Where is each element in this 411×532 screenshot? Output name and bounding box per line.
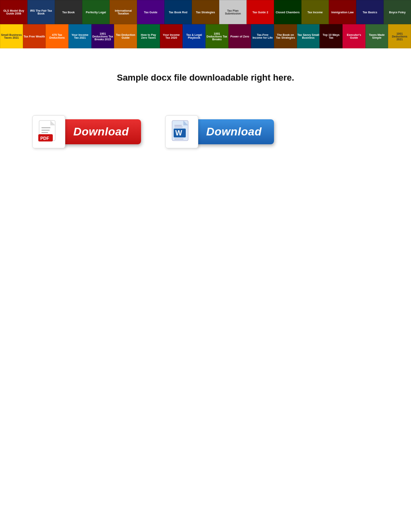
book-cell: Tax Income — [301, 0, 329, 24]
book-cell: 1001 Deductions Tax Breaks — [206, 24, 228, 48]
book-cell: Perfectly Legal — [82, 0, 110, 24]
docx-download-button[interactable]: W Download — [165, 115, 274, 148]
pdf-download-button[interactable]: PDF Download — [32, 115, 141, 148]
docx-icon-wrap: W — [165, 115, 198, 148]
book-cell: Tax Free Wealth — [23, 24, 46, 48]
book-cell: International Taxation — [110, 0, 137, 24]
book-cell: Tax & Legal Playbook — [183, 24, 206, 48]
book-cell: Tax Deduction Guide — [114, 24, 137, 48]
book-cell: Immigration Law — [329, 0, 356, 24]
svg-text:W: W — [175, 129, 182, 137]
book-cell: Tax Plan Submission — [219, 0, 247, 24]
book-cell: Tax Savvy Small Business — [297, 24, 320, 48]
book-cell: Small Business Taxes 2021 — [0, 24, 23, 48]
page-title: Sample docx file downloadable right here… — [32, 73, 379, 83]
book-cell: Tax Guide 2 — [247, 0, 274, 24]
docx-icon: W — [171, 120, 192, 144]
book-cell: Executor's Guide — [342, 24, 365, 48]
book-cell: GLS Model Buy Guide 2008 — [0, 0, 27, 24]
main-content: Sample docx file downloadable right here… — [0, 48, 411, 164]
book-cell: Tax Book Red — [164, 0, 192, 24]
book-cell: Top 10 Ways Tax — [320, 24, 342, 48]
book-cell: 475 Tax Deductions — [46, 24, 68, 48]
pdf-icon-wrap: PDF — [32, 115, 65, 148]
book-cell: Your Income Tax 2020 — [160, 24, 183, 48]
book-cell: Taxes Made Simple — [365, 24, 388, 48]
book-cell: Your Income Tax 2021 — [68, 24, 91, 48]
pdf-icon: PDF — [38, 120, 59, 144]
book-cell: Tax Basics — [356, 0, 384, 24]
book-cell: Tax Strategies — [192, 0, 219, 24]
download-buttons-row: PDF Download W — [32, 115, 379, 148]
book-row-2: Small Business Taxes 2021Tax Free Wealth… — [0, 24, 411, 48]
book-cell: Boyce Foley — [384, 0, 411, 24]
book-banner: GLS Model Buy Guide 2008IRS The Fair Tax… — [0, 0, 411, 48]
book-row-1: GLS Model Buy Guide 2008IRS The Fair Tax… — [0, 0, 411, 24]
book-cell: 1001 Deductions Tax Breaks 2015 — [91, 24, 114, 48]
book-cell: Closed Chambers — [274, 0, 301, 24]
book-cell: Power of Zero — [228, 24, 251, 48]
book-cell: The Book on Tax Strategies — [274, 24, 297, 48]
book-cell: Tax-Free Income for Life — [251, 24, 274, 48]
book-cell: How to Pay Zero Taxes — [137, 24, 160, 48]
book-cell: IRS The Fair Tax Book — [27, 0, 55, 24]
book-cell: Tax Guide — [137, 0, 164, 24]
svg-text:PDF: PDF — [40, 136, 49, 141]
book-cell: 1001 Deductions 2021 — [388, 24, 411, 48]
book-cell: Tax Book — [55, 0, 82, 24]
docx-download-label[interactable]: Download — [190, 119, 274, 144]
pdf-download-label[interactable]: Download — [57, 119, 141, 144]
